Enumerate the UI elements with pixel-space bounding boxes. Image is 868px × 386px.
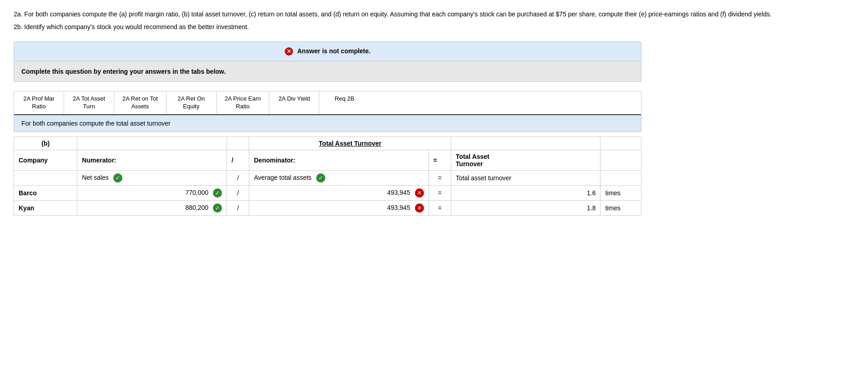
error-icon: ✕: [285, 47, 293, 56]
tab-price-earn-ratio[interactable]: 2A Price EarnRatio: [217, 91, 270, 114]
label-equals: =: [429, 170, 451, 185]
banner-text: Answer is not complete.: [297, 47, 370, 55]
barco-equals: =: [429, 185, 451, 200]
kyan-result: 1.8: [451, 200, 601, 215]
kyan-equals: =: [429, 200, 451, 215]
kyan-company: Kyan: [14, 200, 77, 215]
table-header-row-main: Company Numerator: / Denominator: = Tota…: [14, 150, 641, 170]
col-header-equals: =: [429, 150, 451, 170]
barco-denominator: 493,945 ✕: [249, 185, 429, 200]
header-numerator-empty: [77, 137, 227, 150]
main-table-wrapper: (b) Total Asset Turnover Company Numerat…: [14, 137, 641, 216]
label-numerator: Net sales ✓: [77, 170, 227, 185]
barco-result: 1.6: [451, 185, 601, 200]
table-label-row: Net sales ✓ / Average total assets ✓ = T…: [14, 170, 641, 185]
header-slash-empty: [227, 137, 249, 150]
header-b: (b): [14, 137, 77, 150]
tab-prof-mar-ratio[interactable]: 2A Prof MarRatio: [14, 91, 64, 114]
intro-section: 2a. For both companies compute the (a) p…: [14, 9, 833, 32]
label-company-empty: [14, 170, 77, 185]
tab-content-description: For both companies compute the total ass…: [21, 120, 171, 127]
tab-ret-on-equity[interactable]: 2A Ret OnEquity: [167, 91, 217, 114]
kyan-numerator-check: ✓: [213, 203, 222, 213]
barco-slash: /: [227, 185, 249, 200]
col-header-result: Total Asset Turnover: [451, 150, 601, 170]
part-2a-text: 2a. For both companies compute the (a) p…: [14, 9, 833, 19]
tabs-container: 2A Prof MarRatio 2A Tot AssetTurn 2A Ret…: [14, 91, 641, 115]
part-2b-text: 2b. Identify which company's stock you w…: [14, 22, 833, 32]
denominator-label-check: ✓: [316, 173, 325, 183]
tab-content-area: For both companies compute the total ass…: [14, 115, 641, 132]
numerator-label-check: ✓: [113, 173, 122, 183]
table-header-row-b: (b) Total Asset Turnover: [14, 137, 641, 150]
tab-ret-on-tot-assets[interactable]: 2A Ret on TotAssets: [114, 91, 167, 114]
kyan-slash: /: [227, 200, 249, 215]
header-total-asset-turnover: Total Asset Turnover: [249, 137, 451, 150]
kyan-numerator: 880,200 ✓: [77, 200, 227, 215]
label-result: Total asset turnover: [451, 170, 601, 185]
complete-instruction-box: Complete this question by entering your …: [14, 61, 641, 82]
tab-div-yield[interactable]: 2A Div Yield: [269, 91, 319, 114]
col-header-company: Company: [14, 150, 77, 170]
tabs-row: 2A Prof MarRatio 2A Tot AssetTurn 2A Ret…: [14, 91, 641, 115]
header-result-empty: [451, 137, 601, 150]
col-header-slash: /: [227, 150, 249, 170]
barco-numerator-check: ✓: [213, 188, 222, 198]
table-row-barco: Barco 770,000 ✓ / 493,945 ✕ = 1.6 times: [14, 185, 641, 200]
tab-req-2b[interactable]: Req 2B: [319, 91, 369, 114]
answer-banner: ✕ Answer is not complete.: [14, 41, 641, 61]
label-slash: /: [227, 170, 249, 185]
table-row-kyan: Kyan 880,200 ✓ / 493,945 ✕ = 1.8 times: [14, 200, 641, 215]
kyan-denominator: 493,945 ✕: [249, 200, 429, 215]
barco-denominator-check: ✕: [415, 188, 424, 198]
col-header-numerator: Numerator:: [77, 150, 227, 170]
col-header-times-empty: [601, 150, 641, 170]
tab-tot-asset-turn[interactable]: 2A Tot AssetTurn: [64, 91, 114, 114]
header-times-empty: [601, 137, 641, 150]
kyan-times: times: [601, 200, 641, 215]
label-denominator: Average total assets ✓: [249, 170, 429, 185]
kyan-denominator-check: ✕: [415, 203, 424, 213]
barco-times: times: [601, 185, 641, 200]
complete-instruction-text: Complete this question by entering your …: [21, 68, 226, 75]
col-header-denominator: Denominator:: [249, 150, 429, 170]
label-times-empty: [601, 170, 641, 185]
barco-company: Barco: [14, 185, 77, 200]
asset-turnover-table: (b) Total Asset Turnover Company Numerat…: [14, 137, 641, 216]
barco-numerator: 770,000 ✓: [77, 185, 227, 200]
